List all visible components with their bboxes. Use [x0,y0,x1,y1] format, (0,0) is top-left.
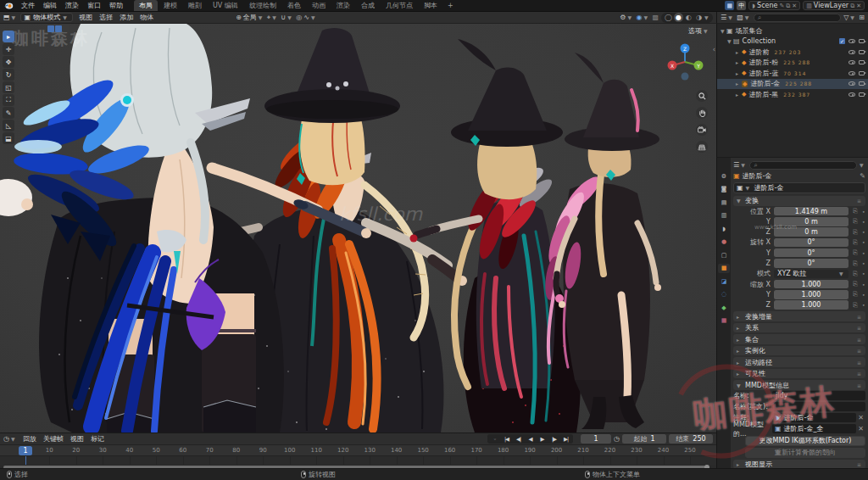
disable-render-icon[interactable] [859,92,865,97]
properties-options-dropdown[interactable]: ▼ [860,162,865,168]
addon-icon-button[interactable]: ▦ [725,1,734,10]
transform-value-field[interactable]: 1.4149 m [774,207,849,216]
lock-icon[interactable]: ⎘ [849,249,862,256]
current-frame-field[interactable]: 1 [581,434,611,444]
section-header[interactable]: ▸变换增量≡ [733,311,865,321]
auto-keying-button[interactable]: ◦ [489,434,500,444]
render-tab[interactable]: ◙ [718,185,730,194]
transform-value-field[interactable]: 1.000 [774,280,849,289]
editor-type-button[interactable]: ⬒▼ [3,14,18,21]
perspective-toggle-icon[interactable] [696,141,708,153]
menu-窗口[interactable]: 窗口 [83,1,105,10]
disable-render-icon[interactable] [859,81,865,86]
section-header[interactable]: ▸运动路径≡ [733,357,865,367]
play-button[interactable]: ▶ [537,434,548,444]
transform-orientation-dropdown[interactable]: ⊕ 全局 ▼ [236,13,264,22]
tool-tab[interactable]: ⚙ [718,171,730,181]
navigation-gizmo[interactable]: Z X Y [665,42,704,81]
snap-toggle[interactable]: ∪▼ [281,14,293,21]
workspace-tab[interactable]: 布局 [134,0,158,11]
transform-value-field[interactable]: 0° [774,248,849,258]
new-collection-button[interactable]: ⊞ [859,14,865,21]
timeline-menu-关键帧[interactable]: 关键帧 [40,433,67,444]
jump-to-end-button[interactable]: ▶| [560,434,571,444]
view-layer-selector[interactable]: ▥ ViewLayer ⧉ ✕ [803,1,865,10]
menu-编辑[interactable]: 编辑 [39,1,61,10]
pan-hand-icon[interactable] [696,107,708,119]
object-name-field[interactable]: ▣▼ 进阶后-金 [733,182,865,193]
lock-icon[interactable]: ⎘ [849,291,862,298]
physics-tab[interactable]: ◌ [718,290,730,299]
timeline-menu-视图[interactable]: 视图 [67,433,87,444]
outliner-filter-dropdown[interactable]: ▧▼ [737,14,751,21]
outliner-item[interactable]: ▸◆进阶后-粉225 288 [717,58,868,69]
view-layer-tab[interactable]: ▥ [718,211,730,220]
menu-渲染[interactable]: 渲染 [61,1,83,10]
lock-icon[interactable]: ⎘ [849,281,862,287]
current-frame-indicator[interactable]: 1 [19,446,32,455]
mmd-name-en-input[interactable] [772,402,865,411]
animate-dot-icon[interactable]: • [862,219,865,225]
frame-end-field[interactable]: 结束250 [669,434,713,444]
timeline-tracks[interactable] [0,456,716,465]
wireframe-shading-button[interactable]: ◯ [664,13,673,22]
transform-value-field[interactable]: 0° [774,259,849,268]
hide-eye-icon[interactable] [849,71,855,75]
prev-keyframe-button[interactable]: ◀| [513,434,524,444]
viewport-menu-添加[interactable]: 添加 [116,12,136,23]
disable-render-icon[interactable] [859,50,865,54]
proportional-edit-toggle[interactable]: ◎∿▼ [296,14,317,21]
mode-toggle-1[interactable] [47,25,54,32]
clear-icon[interactable]: ✕ [856,414,865,421]
viewport-options-dropdown[interactable]: 选项 ▼ [688,26,709,36]
menu-帮助[interactable]: 帮助 [105,1,127,10]
workspace-tab[interactable]: 渲染 [331,0,355,11]
workspace-tab[interactable]: 着色 [282,0,306,11]
pin-icon[interactable]: ✎ [779,3,784,9]
properties-editor-type-button[interactable]: ☰▼ [733,161,747,169]
section-header[interactable]: ▸实例化≡ [733,346,865,356]
collection-row[interactable]: ▼▤Collection✓ [717,36,868,47]
modifiers-tab[interactable]: ◪ [718,276,730,286]
mmd-name-input[interactable]: jldy [772,391,865,400]
cursor-tool[interactable]: ✛ [3,43,14,55]
add-workspace-button[interactable]: + [444,2,457,9]
scene-selector[interactable]: ◗ Scene ✎ ⧉ ✕ [748,1,800,10]
frame-start-field[interactable]: 起始1 [622,434,666,444]
lock-icon[interactable]: ⎘ [849,239,862,246]
workspace-tab[interactable]: UV 编辑 [208,0,243,11]
animate-dot-icon[interactable]: • [862,282,865,287]
close-icon[interactable]: ✕ [792,3,797,9]
mmd-ik-loop-button[interactable]: 更改MMD IK循环系数(Factor) [745,436,865,446]
object-data-tab[interactable]: ◆ [718,303,730,312]
animate-dot-icon[interactable]: • [862,292,865,298]
collection-tab[interactable]: ▢ [718,250,730,260]
scale-tool[interactable]: ◱ [3,81,14,93]
section-header[interactable]: ▸关系≡ [733,323,865,333]
output-tab[interactable]: ▤ [718,198,730,207]
transform-value-field[interactable]: 0° [774,238,849,248]
menu-文件[interactable]: 文件 [17,1,39,10]
animate-dot-icon[interactable]: • [862,239,865,245]
lock-icon[interactable]: ⎘ [849,218,862,225]
xray-toggle[interactable]: ▩ [652,14,659,21]
mode-toggle-4[interactable] [70,25,77,32]
play-reverse-button[interactable]: ◀ [525,434,536,444]
transform-value-field[interactable]: 1.000 [774,290,849,299]
hide-eye-icon[interactable] [849,39,855,43]
viewport-menu-视图[interactable]: 视图 [75,12,96,23]
move-tool[interactable]: ✥ [3,56,14,68]
timeline-menu-回放[interactable]: 回放 [19,433,40,444]
hide-eye-icon[interactable] [849,60,855,64]
workspace-tab[interactable]: 动画 [307,0,331,11]
workspace-tab[interactable]: 脚本 [419,0,442,11]
mmd-model-field[interactable]: ▣进阶后-金_全 [772,424,856,433]
new-scene-icon[interactable]: ⧉ [786,3,790,9]
transform-section-header[interactable]: ▼变换 ≡ [733,196,865,206]
animate-dot-icon[interactable]: • [862,271,865,276]
workspace-tab[interactable]: 雕刻 [183,0,207,11]
timeline-editor-type-button[interactable]: ◷▼ [3,435,17,443]
material-shading-button[interactable]: ◐ [684,13,693,22]
sidebar-toggle-arrow[interactable]: ‹ [713,46,715,53]
object-tab[interactable]: ■ [718,264,730,273]
